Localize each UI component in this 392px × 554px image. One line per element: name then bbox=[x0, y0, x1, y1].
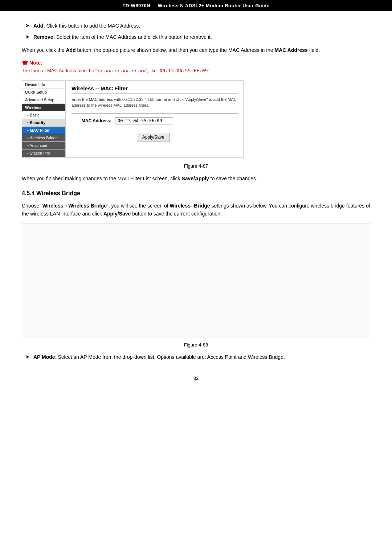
panel-title: Wireless -- MAC Filter bbox=[72, 85, 238, 94]
mac-address-input[interactable] bbox=[115, 117, 173, 124]
para1-bold2: MAC Address bbox=[275, 47, 308, 53]
mac-format: xx:xx:xx:xx:xx:xx bbox=[97, 68, 145, 73]
mac-example: 00:13:0A:55:FF:09 bbox=[159, 68, 208, 73]
apply-save-button[interactable]: Apply/Save bbox=[137, 133, 170, 141]
sidebar-item-quick-setup[interactable]: Quick Setup bbox=[22, 89, 65, 96]
sidebar-item-advanced-setup[interactable]: Advanced Setup bbox=[22, 96, 65, 104]
panel-divider-bottom bbox=[72, 129, 238, 129]
header-model: TD-W8970N bbox=[122, 3, 150, 8]
sidebar-item-mac-filter[interactable]: • MAC Filter bbox=[22, 127, 65, 134]
note-label: ☎ Note: bbox=[22, 60, 370, 66]
sidebar-item-basic[interactable]: • Basic bbox=[22, 111, 65, 119]
bullet-content-add: Click this button to add the MAC Address… bbox=[46, 23, 140, 29]
sidebar-item-device-info[interactable]: Device Info bbox=[22, 81, 65, 89]
note-phone-icon: ☎ bbox=[22, 60, 28, 66]
mac-address-row: MAC Address: bbox=[72, 117, 238, 124]
para1-end: field. bbox=[308, 47, 320, 53]
ap-mode-text: : Select an AP Mode from the drop-down l… bbox=[55, 354, 285, 360]
bullet-text-remove: Remove: Select the item of the MAC Addre… bbox=[33, 33, 212, 41]
bullet-remove: ➤ Remove: Select the item of the MAC Add… bbox=[22, 33, 370, 41]
ap-mode-label: AP Mode bbox=[33, 354, 55, 360]
sidebar-item-advanced[interactable]: • Advanced bbox=[22, 142, 65, 149]
bullet-add: ➤ Add: Click this button to add the MAC … bbox=[22, 22, 370, 30]
bullet-label-add: Add: bbox=[33, 23, 45, 29]
bullet-arrow-add: ➤ bbox=[25, 22, 30, 28]
para1: When you click the Add button, the pop-u… bbox=[22, 46, 370, 54]
para1-cont: button, the pop-up picture shown below, … bbox=[76, 47, 275, 53]
bullet-arrow-ap: ➤ bbox=[25, 354, 30, 360]
bullet-arrow-remove: ➤ bbox=[25, 34, 30, 40]
router-sidebar: Device Info Quick Setup Advanced Setup W… bbox=[22, 81, 66, 157]
note-text: The form of MAC Address must be “xx:xx:x… bbox=[22, 68, 370, 73]
section-heading: 4.5.4 Wireless Bridge bbox=[22, 190, 370, 197]
bullet-ap-mode: ➤ AP Mode: Select an AP Mode from the dr… bbox=[22, 353, 370, 361]
header-title: Wireless N ADSL2+ Modem Router User Guid… bbox=[158, 3, 270, 8]
bullet-text-add: Add: Click this button to add the MAC Ad… bbox=[33, 22, 140, 30]
para1-bold: Add bbox=[66, 47, 75, 53]
sidebar-item-wireless-bridge[interactable]: • Wireless Bridge bbox=[22, 134, 65, 142]
page-content: ➤ Add: Click this button to add the MAC … bbox=[0, 11, 392, 395]
page-container: TD-W8970N Wireless N ADSL2+ Modem Router… bbox=[0, 0, 392, 554]
bullet-text-ap: AP Mode: Select an AP Mode from the drop… bbox=[33, 353, 285, 361]
bullet-label-remove: Remove: bbox=[33, 34, 55, 40]
sidebar-item-wireless[interactable]: Wireless bbox=[22, 104, 65, 111]
para1-pre: When you click the bbox=[22, 47, 66, 53]
panel-divider-top bbox=[72, 113, 238, 114]
apply-save-row: Apply/Save bbox=[72, 133, 238, 141]
sidebar-item-security[interactable]: • Security bbox=[22, 119, 65, 127]
figure87-caption: Figure 4-87 bbox=[22, 163, 370, 169]
bullet-content-remove: Select the item of the MAC Address and c… bbox=[56, 34, 212, 40]
page-number: 82 bbox=[22, 376, 370, 381]
figure88-placeholder bbox=[22, 223, 370, 339]
para2: When you finished making changes to the … bbox=[22, 175, 370, 182]
screenshot-box: Device Info Quick Setup Advanced Setup W… bbox=[22, 81, 244, 157]
sidebar-item-station-info[interactable]: • Station Info bbox=[22, 149, 65, 157]
figure88-caption: Figure 4-88 bbox=[22, 342, 370, 348]
note-section: ☎ Note: The form of MAC Address must be … bbox=[22, 60, 370, 73]
para3: Choose “Wireless→Wireless Bridge”, you w… bbox=[22, 202, 370, 218]
page-header: TD-W8970N Wireless N ADSL2+ Modem Router… bbox=[0, 0, 392, 11]
panel-description: Enter the MAC address with 00:11:22:33:4… bbox=[72, 97, 238, 108]
router-panel: Wireless -- MAC Filter Enter the MAC add… bbox=[66, 81, 244, 157]
mac-address-label: MAC Address: bbox=[72, 118, 111, 123]
